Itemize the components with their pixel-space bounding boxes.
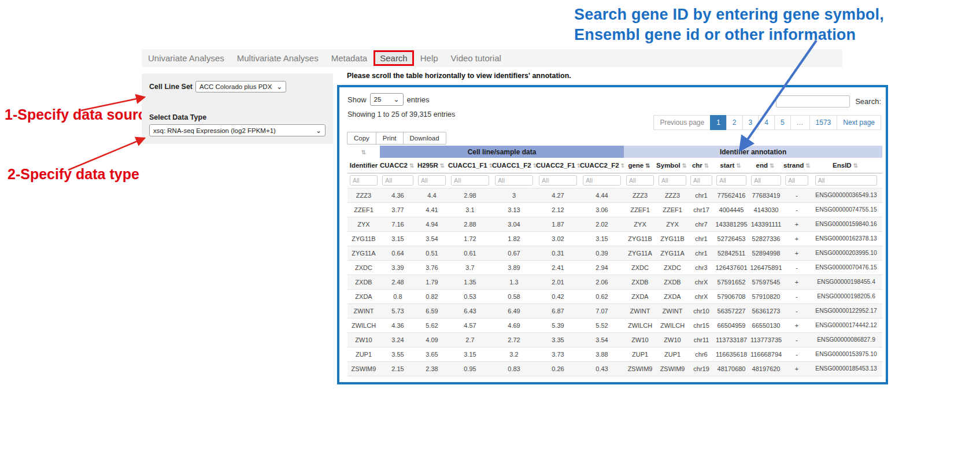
table-row[interactable]: ZSWIM92.152.380.950.830.260.43ZSWIM9ZSWI…: [347, 361, 882, 376]
table-cell: 2.12: [536, 202, 580, 217]
column-header-gene[interactable]: gene⇅: [624, 158, 656, 173]
table-cell: 3.77: [380, 202, 416, 217]
table-row[interactable]: ZXDC3.393.763.73.892.412.94ZXDCZXDCchr31…: [347, 260, 882, 275]
nav-help[interactable]: Help: [414, 51, 445, 65]
data-type-select[interactable]: xsq: RNA-seq Expression (log2 FPKM+1) ⌄: [149, 124, 326, 136]
column-label: CUACC1_F2: [492, 162, 531, 169]
nav-video-tutorial[interactable]: Video tutorial: [445, 51, 508, 65]
column-filter-input-CUACC2_F1[interactable]: [539, 175, 576, 186]
cell-line-set-select[interactable]: ACC Colorado plus PDX ⌄: [195, 81, 286, 92]
copy-button[interactable]: Copy: [347, 132, 376, 145]
table-cell: 3.04: [492, 217, 536, 231]
page-button-1[interactable]: 1: [710, 115, 727, 130]
sort-icon: ⇅: [852, 162, 860, 169]
column-filter-input-chr[interactable]: [690, 175, 712, 186]
table-cell: ZXDA: [347, 289, 380, 303]
column-header-EnsID[interactable]: EnsID⇅: [810, 158, 882, 173]
page-size-select[interactable]: 25 ⌄: [370, 93, 404, 106]
table-row[interactable]: ZWILCH4.365.624.574.695.395.52ZWILCHZWIL…: [347, 318, 882, 332]
page-button-5[interactable]: 5: [774, 115, 791, 130]
column-filter-input-EnsID[interactable]: [815, 175, 878, 186]
nav-search[interactable]: Search: [373, 50, 414, 66]
table-cell: 57591652: [714, 275, 749, 289]
table-cell: 66550130: [749, 318, 783, 332]
table-cell: chr19: [689, 361, 714, 376]
gene-table: ⇅ Cell line/sample data Identifier annot…: [347, 146, 882, 376]
column-filter-input-start[interactable]: [716, 175, 746, 186]
table-cell: 2.06: [580, 275, 624, 289]
column-header-Symbol[interactable]: Symbol⇅: [656, 158, 689, 173]
previous-page-button[interactable]: Previous page: [653, 115, 711, 130]
table-cell: 3.73: [536, 347, 580, 361]
column-filter-input-strand[interactable]: [785, 175, 808, 186]
column-header-start[interactable]: start⇅: [714, 158, 749, 173]
column-header-strand[interactable]: strand⇅: [783, 158, 810, 173]
table-cell: ENSG00000153975.10: [810, 347, 882, 361]
column-header-Identifier[interactable]: Identifier: [347, 158, 380, 173]
page-button-4[interactable]: 4: [758, 115, 775, 130]
page-button-3[interactable]: 3: [742, 115, 759, 130]
column-filter-input-end[interactable]: [751, 175, 781, 186]
column-header-CUACC1_F2[interactable]: CUACC1_F2⇅: [492, 158, 536, 173]
next-page-button[interactable]: Next page: [837, 115, 881, 130]
table-cell: ZZEF1: [624, 202, 656, 217]
table-cell: 6.49: [492, 303, 536, 318]
column-label: Identifier: [350, 162, 378, 169]
column-filter-input-CUACC2[interactable]: [382, 175, 413, 186]
table-cell: 48197620: [749, 361, 783, 376]
column-header-chr[interactable]: chr⇅: [689, 158, 714, 173]
table-cell: 57597545: [749, 275, 783, 289]
table-cell: chr3: [689, 260, 714, 275]
page-button-1573[interactable]: 1573: [809, 115, 838, 130]
table-row[interactable]: ZYG11B3.153.541.721.823.023.15ZYG11BZYG1…: [347, 231, 882, 246]
column-header-CUACC1_F1[interactable]: CUACC1_F1⇅: [448, 158, 492, 173]
data-type-label: Select Data Type: [149, 113, 326, 121]
nav-univariate-analyses[interactable]: Univariate Analyses: [142, 51, 231, 65]
annotation-step1: 1-Specify data source: [5, 106, 154, 123]
column-header-CUACC2[interactable]: CUACC2⇅: [380, 158, 416, 173]
download-button[interactable]: Download: [403, 132, 446, 145]
table-sort-corner[interactable]: ⇅: [347, 146, 380, 158]
chevron-down-icon: ⌄: [393, 97, 399, 102]
table-search-input[interactable]: [776, 95, 850, 108]
table-row[interactable]: ZW103.244.092.72.723.353.54ZW10ZW10chr11…: [347, 332, 882, 347]
table-cell: ZUP1: [656, 347, 689, 361]
column-filter-input-CUACC1_F1[interactable]: [451, 175, 489, 186]
column-header-end[interactable]: end⇅: [749, 158, 783, 173]
table-cell: 3: [492, 188, 536, 202]
table-cell: chr7: [689, 217, 714, 231]
nav-multivariate-analyses[interactable]: Multivariate Analyses: [231, 51, 325, 65]
column-filter-input-Symbol[interactable]: [659, 175, 686, 186]
table-cell: 56361273: [749, 303, 783, 318]
table-row[interactable]: ZZZ34.364.42.9834.274.44ZZZ3ZZZ3chr17756…: [347, 188, 882, 202]
column-filter-input-CUACC1_F2[interactable]: [495, 175, 532, 186]
table-row[interactable]: ZYG11A0.640.510.610.670.310.39ZYG11AZYG1…: [347, 246, 882, 260]
column-filter-input-CUACC2_F2[interactable]: [583, 175, 620, 186]
table-cell: 2.72: [492, 332, 536, 347]
table-cell: 1.87: [536, 217, 580, 231]
table-cell: 56357227: [714, 303, 749, 318]
table-cell: ZZZ3: [656, 188, 689, 202]
table-cell: 0.31: [536, 246, 580, 260]
table-row[interactable]: ZUP13.553.653.153.23.733.88ZUP1ZUP1chr61…: [347, 347, 882, 361]
table-row[interactable]: ZZEF13.774.413.13.132.123.06ZZEF1ZZEF1ch…: [347, 202, 882, 217]
annotation-search-note-line2: Ensembl gene id or other information: [574, 25, 884, 45]
table-cell: 3.02: [536, 231, 580, 246]
table-cell: ZYG11B: [624, 231, 656, 246]
table-row[interactable]: ZWINT5.736.596.436.496.877.07ZWINTZWINTc…: [347, 303, 882, 318]
table-cell: 6.59: [416, 303, 448, 318]
column-filter-input-H295R[interactable]: [418, 175, 446, 186]
table-row[interactable]: ZXDA0.80.820.530.580.420.62ZXDAZXDAchrX5…: [347, 289, 882, 303]
column-header-CUACC2_F2[interactable]: CUACC2_F2⇅: [580, 158, 624, 173]
table-cell: 0.82: [416, 289, 448, 303]
page-button-2[interactable]: 2: [726, 115, 743, 130]
table-row[interactable]: ZXDB2.481.791.351.32.012.06ZXDBZXDBchrX5…: [347, 275, 882, 289]
nav-metadata[interactable]: Metadata: [325, 51, 374, 65]
table-row[interactable]: ZYX7.164.942.883.041.872.02ZYXZYXchr7143…: [347, 217, 882, 231]
column-filter-input-gene[interactable]: [626, 175, 654, 186]
print-button[interactable]: Print: [376, 132, 404, 145]
column-header-H295R[interactable]: H295R⇅: [416, 158, 448, 173]
table-cell: ZYG11A: [347, 246, 380, 260]
column-filter-input-Identifier[interactable]: [350, 175, 378, 186]
column-header-CUACC2_F1[interactable]: CUACC2_F1⇅: [536, 158, 580, 173]
